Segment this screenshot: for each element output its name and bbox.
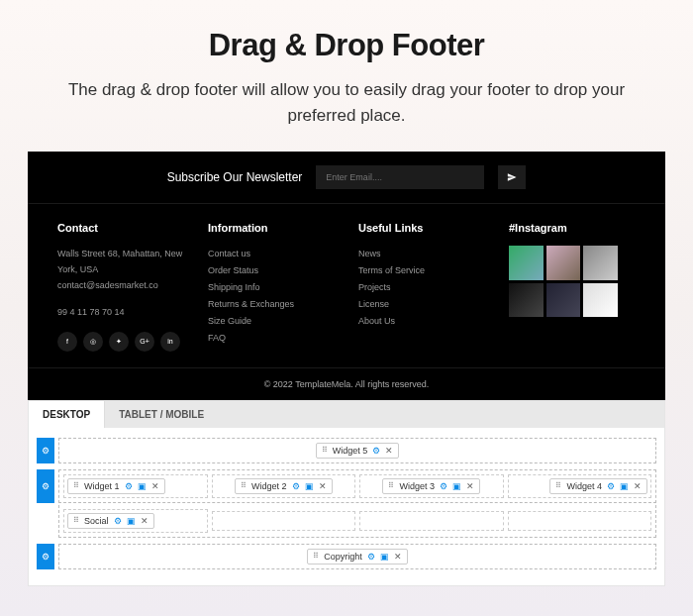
info-link[interactable]: Contact us xyxy=(208,246,335,262)
widget-label: Widget 3 xyxy=(399,481,435,491)
instagram-thumb[interactable] xyxy=(583,283,618,318)
gear-icon[interactable]: ⚙ xyxy=(292,481,300,491)
instagram-icon[interactable]: ◎ xyxy=(83,332,103,352)
page-title: Drag & Drop Footer xyxy=(59,28,634,63)
gear-icon[interactable]: ⚙ xyxy=(440,481,447,491)
widget-label: Copyright xyxy=(324,552,362,562)
drag-icon: ⠿ xyxy=(73,481,79,490)
contact-heading: Contact xyxy=(57,222,184,234)
widget-label: Widget 1 xyxy=(84,481,120,491)
facebook-icon[interactable]: f xyxy=(57,332,77,352)
instagram-thumb[interactable] xyxy=(546,283,581,318)
close-icon[interactable]: ✕ xyxy=(634,481,642,491)
duplicate-icon[interactable]: ▣ xyxy=(305,481,314,491)
newsletter-submit-button[interactable] xyxy=(498,165,526,189)
drag-icon: ⠿ xyxy=(73,516,79,525)
information-heading: Information xyxy=(208,222,335,234)
useful-link[interactable]: License xyxy=(358,296,485,313)
newsletter-email-input[interactable] xyxy=(316,165,484,189)
duplicate-icon[interactable]: ▣ xyxy=(620,481,629,491)
twitter-icon[interactable]: ✦ xyxy=(109,332,129,352)
instagram-heading: #Instagram xyxy=(509,222,636,234)
useful-link[interactable]: Projects xyxy=(358,279,485,296)
footer-col-contact: Contact Walls Street 68, Mahattan, New Y… xyxy=(57,222,184,352)
info-link[interactable]: Shipping Info xyxy=(208,279,335,296)
footer-col-information: Information Contact us Order Status Ship… xyxy=(208,222,335,352)
widget-social[interactable]: ⠿ Social ⚙ ▣ ✕ xyxy=(67,513,154,529)
useful-link[interactable]: News xyxy=(358,246,485,262)
footer-col-instagram: #Instagram xyxy=(509,222,636,352)
info-link[interactable]: Returns & Exchanges xyxy=(208,296,335,313)
duplicate-icon[interactable]: ▣ xyxy=(380,552,389,562)
widget-3[interactable]: ⠿ Widget 3 ⚙ ▣ ✕ xyxy=(382,478,480,494)
contact-address: Walls Street 68, Mahattan, New York, USA xyxy=(57,246,184,277)
info-link[interactable]: FAQ xyxy=(208,330,335,347)
widget-label: Widget 2 xyxy=(251,481,287,491)
info-link[interactable]: Size Guide xyxy=(208,313,335,330)
contact-phone: 99 4 11 78 70 14 xyxy=(57,304,184,320)
gear-icon[interactable]: ⚙ xyxy=(114,516,122,526)
close-icon[interactable]: ✕ xyxy=(394,552,402,562)
gear-icon: ⚙ xyxy=(42,446,50,456)
gear-icon[interactable]: ⚙ xyxy=(125,481,133,491)
useful-heading: Useful Links xyxy=(358,222,485,234)
info-link[interactable]: Order Status xyxy=(208,262,335,279)
gear-icon: ⚙ xyxy=(42,481,50,491)
send-icon xyxy=(507,172,517,182)
instagram-thumb[interactable] xyxy=(546,246,581,280)
instagram-thumb[interactable] xyxy=(509,246,544,280)
footer-builder: DESKTOP TABLET / MOBILE ⚙ ⠿ Widget 5 ⚙ ✕… xyxy=(28,400,665,586)
widget-2[interactable]: ⠿ Widget 2 ⚙ ▣ ✕ xyxy=(235,478,333,494)
close-icon[interactable]: ✕ xyxy=(151,481,159,491)
widget-4[interactable]: ⠿ Widget 4 ⚙ ▣ ✕ xyxy=(549,478,647,494)
gear-icon[interactable]: ⚙ xyxy=(367,552,375,562)
useful-link[interactable]: Terms of Service xyxy=(358,262,485,279)
drag-icon: ⠿ xyxy=(241,481,247,490)
close-icon[interactable]: ✕ xyxy=(319,481,327,491)
widget-label: Widget 4 xyxy=(566,481,602,491)
instagram-thumb[interactable] xyxy=(583,246,618,280)
duplicate-icon[interactable]: ▣ xyxy=(452,481,461,491)
duplicate-icon[interactable]: ▣ xyxy=(138,481,147,491)
widget-label: Widget 5 xyxy=(333,446,368,456)
widget-5[interactable]: ⠿ Widget 5 ⚙ ✕ xyxy=(316,443,400,459)
duplicate-icon[interactable]: ▣ xyxy=(127,516,136,526)
row-handle[interactable]: ⚙ xyxy=(37,438,54,463)
close-icon[interactable]: ✕ xyxy=(466,481,474,491)
contact-email: contact@sadesmarket.co xyxy=(57,277,184,293)
widget-copyright[interactable]: ⠿ Copyright ⚙ ▣ ✕ xyxy=(307,549,408,565)
page-subtitle: The drag & drop footer will allow you to… xyxy=(59,77,634,128)
tab-mobile[interactable]: TABLET / MOBILE xyxy=(105,401,218,428)
gear-icon: ⚙ xyxy=(42,552,50,562)
row-handle[interactable]: ⚙ xyxy=(37,544,54,569)
drag-icon: ⠿ xyxy=(388,481,394,490)
drag-icon: ⠿ xyxy=(313,552,319,561)
gear-icon[interactable]: ⚙ xyxy=(607,481,615,491)
instagram-thumb[interactable] xyxy=(509,283,544,318)
useful-link[interactable]: About Us xyxy=(358,313,485,330)
widget-label: Social xyxy=(84,516,109,526)
close-icon[interactable]: ✕ xyxy=(141,516,148,526)
widget-1[interactable]: ⠿ Widget 1 ⚙ ▣ ✕ xyxy=(67,478,165,494)
copyright-text: © 2022 TemplateMela. All rights reserved… xyxy=(28,367,665,400)
googleplus-icon[interactable]: G+ xyxy=(135,332,154,352)
newsletter-label: Subscribe Our Newsletter xyxy=(167,170,303,184)
linkedin-icon[interactable]: in xyxy=(160,332,180,352)
footer-col-useful: Useful Links News Terms of Service Proje… xyxy=(358,222,485,352)
close-icon[interactable]: ✕ xyxy=(385,446,393,456)
drag-icon: ⠿ xyxy=(555,481,561,490)
tab-desktop[interactable]: DESKTOP xyxy=(29,401,105,428)
footer-preview: Subscribe Our Newsletter Contact Walls S… xyxy=(28,152,665,400)
gear-icon[interactable]: ⚙ xyxy=(372,446,380,456)
drag-icon: ⠿ xyxy=(322,446,328,455)
row-handle[interactable]: ⚙ xyxy=(37,469,54,503)
